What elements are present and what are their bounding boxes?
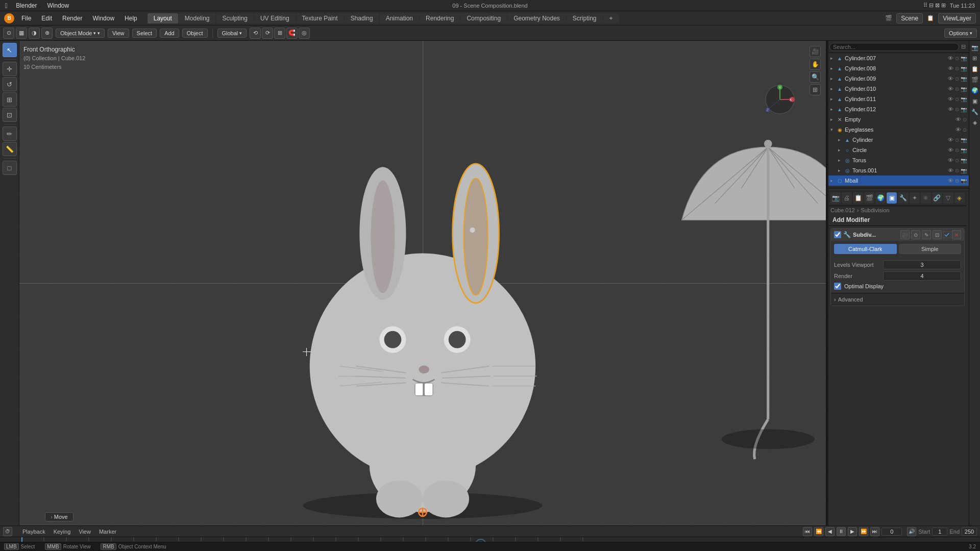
visibility-icon[interactable]: 👁 <box>948 55 953 61</box>
outliner-filter-btn[interactable]: ⊟ <box>961 43 966 50</box>
restrict-icon[interactable]: ⊙ <box>955 76 959 82</box>
shading-mode-icon[interactable]: ◑ <box>29 28 40 39</box>
render-icon[interactable]: 📷 <box>961 147 967 153</box>
current-frame-input[interactable] <box>881 528 902 536</box>
catmull-clark-btn[interactable]: Catmull-Clark <box>834 244 897 254</box>
outliner-item-cylinder010[interactable]: ▸ ▲ Cylinder.010 👁 ⊙ 📷 <box>826 84 969 94</box>
visibility-icon[interactable]: 👁 <box>948 106 953 112</box>
outliner-item-circle[interactable]: ▸ ○ Circle 👁 ⊙ 📷 <box>826 145 969 155</box>
render-icon[interactable]: 📷 <box>961 107 967 112</box>
view-layer-selector[interactable]: ViewLayer <box>938 13 976 23</box>
tab-compositing[interactable]: Compositing <box>460 13 507 23</box>
right-icon-camera[interactable]: 📷 <box>970 43 979 52</box>
timeline-menu-keying[interactable]: Keying <box>52 528 73 535</box>
restrict-icon[interactable]: ⊙ <box>963 117 967 122</box>
mod-ctrl-editmode[interactable]: ✎ <box>922 230 931 239</box>
proportional-icon[interactable]: ◎ <box>299 28 310 39</box>
levels-viewport-value[interactable]: 3 <box>883 260 961 269</box>
right-icon-scene[interactable]: 🎬 <box>970 75 979 84</box>
prop-particles-icon[interactable]: ✦ <box>910 192 920 204</box>
outliner-item-cylinder008[interactable]: ▸ ▲ Cylinder.008 👁 ⊙ 📷 <box>826 63 969 73</box>
tab-texture-paint[interactable]: Texture Paint <box>296 13 344 23</box>
menu-window[interactable]: Window <box>89 14 117 23</box>
tab-layout[interactable]: Layout <box>148 13 178 23</box>
simple-btn[interactable]: Simple <box>899 244 962 254</box>
object-menu-btn[interactable]: Object <box>182 29 208 38</box>
object-mode-btn[interactable]: Object Mode ▾ <box>56 29 105 38</box>
view-mode-icon[interactable]: ▦ <box>16 28 27 39</box>
prop-object-icon[interactable]: ▣ <box>887 192 897 204</box>
tab-geometry-nodes[interactable]: Geometry Nodes <box>507 13 566 23</box>
optimal-display-checkbox[interactable] <box>834 283 841 290</box>
visibility-icon[interactable]: 👁 <box>948 76 953 82</box>
viewport-zoom-camera[interactable]: 🎥 <box>810 46 821 57</box>
mod-ctrl-close[interactable]: ✕ <box>952 230 961 239</box>
restrict-icon[interactable]: ⊙ <box>955 56 959 61</box>
tab-sculpting[interactable]: Sculpting <box>216 13 254 23</box>
tab-rendering[interactable]: Rendering <box>420 13 460 23</box>
right-icon-world[interactable]: 🌍 <box>970 86 979 95</box>
outliner-item-eyeglasses[interactable]: ▾ ◉ Eyeglasses 👁 ⊙ <box>826 124 969 135</box>
render-icon[interactable]: 📷 <box>961 56 967 61</box>
outliner-item-cylinder007[interactable]: ▸ ▲ Cylinder.007 👁 ⊙ 📷 <box>826 53 969 63</box>
restrict-icon[interactable]: ⊙ <box>955 158 959 163</box>
nav-gizmo-area[interactable]: X Y Z <box>765 84 795 115</box>
transform-icon-2[interactable]: ⟳ <box>262 28 273 39</box>
tool-transform[interactable]: ⊡ <box>3 108 17 122</box>
viewport-hand[interactable]: ✋ <box>810 59 821 70</box>
tab-scripting[interactable]: Scripting <box>567 13 603 23</box>
restrict-icon[interactable]: ⊙ <box>955 137 959 143</box>
mod-ctrl-realtime[interactable]: 🎥 <box>900 230 910 239</box>
transform-icon-1[interactable]: ⟲ <box>250 28 261 39</box>
visibility-icon[interactable]: 👁 <box>955 116 961 122</box>
restrict-icon[interactable]: ⊙ <box>955 107 959 112</box>
end-frame-input[interactable] <box>962 528 977 536</box>
render-icon[interactable]: 📷 <box>961 137 967 143</box>
prop-material-icon[interactable]: ◈ <box>954 192 965 204</box>
mod-ctrl-cage[interactable]: ⊡ <box>933 230 942 239</box>
tool-move[interactable]: ✛ <box>3 62 17 76</box>
tl-play-forward[interactable]: ▶ <box>848 527 857 536</box>
prop-constraints-icon[interactable]: 🔗 <box>932 192 942 204</box>
tab-add[interactable]: + <box>603 13 619 23</box>
visibility-icon[interactable]: 👁 <box>948 86 953 92</box>
restrict-icon[interactable]: ⊙ <box>955 178 959 184</box>
options-btn[interactable]: Options ▾ <box>944 29 977 38</box>
prop-world-icon[interactable]: 🌍 <box>875 192 886 204</box>
tab-modeling[interactable]: Modeling <box>179 13 216 23</box>
outliner-item-cylinder-sub[interactable]: ▸ ▲ Cylinder 👁 ⊙ 📷 <box>826 135 969 145</box>
timeline-menu-view[interactable]: View <box>77 528 93 535</box>
tool-scale[interactable]: ⊞ <box>3 92 17 107</box>
menu-file[interactable]: File <box>18 14 34 23</box>
start-frame-input[interactable] <box>932 528 947 536</box>
timeline-menu-marker[interactable]: Marker <box>97 528 118 535</box>
restrict-icon[interactable]: ⊙ <box>955 86 959 92</box>
tab-animation[interactable]: Animation <box>380 13 419 23</box>
outliner-item-mball[interactable]: ▸ ⬡ Mball 👁 ⊙ 📷 <box>826 176 969 186</box>
right-icon-viewlayer[interactable]: 📋 <box>970 64 979 73</box>
outliner-item-torus001[interactable]: ▸ ◎ Torus.001 👁 ⊙ 📷 <box>826 165 969 176</box>
restrict-icon[interactable]: ⊙ <box>963 127 967 133</box>
scene-selector[interactable]: Scene <box>896 13 923 23</box>
render-icon[interactable]: 📷 <box>961 96 967 102</box>
view-menu-btn[interactable]: View <box>108 29 129 38</box>
render-icon[interactable]: 📷 <box>961 158 967 163</box>
right-icon-output[interactable]: ⊞ <box>970 54 979 63</box>
tl-play-back[interactable]: ◀ <box>825 527 835 536</box>
main-viewport[interactable]: Front Orthographic (0) Collection | Cube… <box>19 41 826 525</box>
visibility-icon[interactable]: 👁 <box>948 157 953 163</box>
render-icon[interactable]: 📷 <box>961 168 967 173</box>
right-icon-modifier[interactable]: 🔧 <box>970 107 979 116</box>
right-icon-material[interactable]: ◈ <box>970 118 979 127</box>
prop-render-icon[interactable]: 📷 <box>830 192 841 204</box>
outliner-item-torus[interactable]: ▸ ◎ Torus 👁 ⊙ 📷 <box>826 155 969 165</box>
tl-jump-start[interactable]: ⏮ <box>803 527 812 536</box>
tool-measure[interactable]: 📏 <box>3 142 17 156</box>
prop-output-icon[interactable]: 🖨 <box>842 192 852 204</box>
menu-help[interactable]: Help <box>121 14 140 23</box>
tool-select[interactable]: ↖ <box>3 43 17 57</box>
visibility-icon[interactable]: 👁 <box>948 96 953 102</box>
prop-physics-icon[interactable]: ⚛ <box>921 192 931 204</box>
prop-data-icon[interactable]: ▽ <box>943 192 953 204</box>
render-icon[interactable]: 📷 <box>961 86 967 92</box>
